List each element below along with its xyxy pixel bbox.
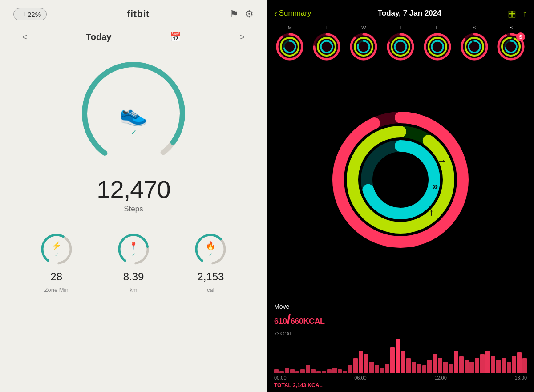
day-label-m: M: [288, 25, 292, 30]
main-rings-container: → » ↑: [267, 60, 534, 299]
svg-text:⚡: ⚡: [52, 241, 62, 251]
chart-bar: [443, 362, 448, 373]
chart-bar: [338, 369, 342, 373]
activity-header-icons: ▦ ↑: [508, 8, 527, 19]
chart-bar: [375, 365, 379, 373]
chart-bar: [522, 358, 527, 373]
svg-text:✓: ✓: [132, 252, 135, 257]
stat-zone-min: ⚡ ✓ 28 Zone Min: [39, 231, 74, 293]
stat-km: 📍 ✓ 8.39 km: [116, 231, 151, 293]
day-ring-m: [275, 32, 305, 62]
day-label-s: S: [473, 25, 476, 30]
battery-percent: 22%: [28, 11, 41, 18]
chart-bar: [507, 362, 511, 373]
cal-label: cal: [207, 287, 214, 293]
fitbit-logo: fitbit: [127, 8, 150, 20]
battery-icon: ☐: [19, 10, 25, 18]
chart-bar: [438, 358, 442, 373]
next-button[interactable]: >: [239, 32, 245, 42]
fitbit-header: ☐ 22% fitbit ⚑ ⚙: [9, 0, 258, 25]
back-summary-label: Summary: [279, 9, 312, 18]
prev-button[interactable]: <: [22, 32, 28, 42]
chart-x-3: 18:00: [514, 375, 527, 380]
chart-bars: [274, 338, 527, 373]
move-info: Move 610/660KCAL: [267, 299, 534, 329]
cal-value: 2,153: [197, 271, 224, 283]
chart-bar: [396, 339, 400, 373]
svg-text:↑: ↑: [429, 206, 434, 218]
km-ring: 📍 ✓: [116, 231, 151, 267]
day-ring-t2: [385, 32, 416, 62]
chart-bar: [406, 358, 411, 373]
chart-bar: [427, 360, 432, 373]
activity-header: ‹ Summary Today, 7 Jan 2024 ▦ ↑: [267, 0, 534, 23]
day-item-tuesday[interactable]: T: [312, 25, 342, 62]
svg-text:🔥: 🔥: [206, 241, 216, 251]
chart-bar: [433, 354, 437, 373]
chart-bar: [480, 354, 485, 373]
calendar-grid-icon[interactable]: ▦: [508, 8, 516, 19]
svg-text:✓: ✓: [55, 252, 58, 257]
chart-bar: [491, 356, 495, 373]
chart-bar: [343, 371, 347, 373]
day-item-friday[interactable]: F: [422, 25, 453, 62]
chart-bar: [454, 351, 458, 373]
day-label-w: W: [361, 25, 366, 30]
day-ring-s2: S: [496, 32, 526, 62]
svg-text:→: →: [437, 155, 447, 166]
chart-bar: [285, 368, 289, 373]
zone-min-label: Zone Min: [44, 287, 69, 293]
steps-container: 👟 ✓ 12,470 Steps: [76, 56, 191, 214]
chart-bar: [380, 368, 384, 373]
calendar-icon[interactable]: 📅: [170, 32, 181, 42]
move-label: Move: [274, 303, 527, 310]
cal-ring: 🔥 ✓: [193, 231, 228, 267]
svg-text:✓: ✓: [131, 129, 137, 136]
chart-bar: [348, 365, 352, 373]
chart-bar: [422, 365, 427, 373]
chart-container: 73KCAL 00:00 06:00 12:00 18:00 TOTAL 2,1…: [267, 329, 534, 392]
chart-bar: [485, 351, 490, 373]
day-item-wednesday[interactable]: W: [348, 25, 379, 62]
day-item-monday[interactable]: M: [275, 25, 305, 62]
nav-title: Today: [86, 32, 111, 42]
chart-bar: [369, 362, 374, 373]
day-item-thursday[interactable]: T: [385, 25, 416, 62]
zone-min-value: 28: [50, 271, 62, 283]
day-label-f: F: [436, 25, 439, 30]
steps-value: 12,470: [97, 175, 170, 204]
chart-bar: [496, 360, 501, 373]
svg-text:S: S: [519, 34, 522, 40]
day-ring-t1: [312, 32, 342, 62]
zone-min-ring: ⚡ ✓: [39, 231, 74, 267]
gear-icon[interactable]: ⚙: [245, 8, 254, 20]
chart-bar: [390, 347, 395, 373]
stat-cal: 🔥 ✓ 2,153 cal: [193, 231, 228, 293]
chart-x-2: 12:00: [434, 375, 447, 380]
chart-bar: [306, 365, 310, 373]
day-item-sunday[interactable]: S S: [496, 25, 526, 62]
share-icon[interactable]: ↑: [522, 8, 527, 19]
activity-date: Today, 7 Jan 2024: [378, 9, 441, 18]
day-ring-f: [422, 32, 453, 62]
day-ring-w: [348, 32, 379, 62]
chart-bar: [385, 364, 389, 373]
stats-row: ⚡ ✓ 28 Zone Min 📍 ✓ 8.39 km: [9, 231, 258, 293]
activity-panel: ‹ Summary Today, 7 Jan 2024 ▦ ↑ M: [267, 0, 534, 392]
chart-bar: [300, 369, 305, 373]
flag-icon[interactable]: ⚑: [230, 8, 239, 20]
back-summary-button[interactable]: ‹ Summary: [274, 8, 311, 19]
chart-x-0: 00:00: [274, 375, 287, 380]
chart-bar: [311, 369, 316, 373]
day-item-saturday[interactable]: S: [459, 25, 490, 62]
chart-bar: [502, 358, 506, 373]
km-value: 8.39: [123, 271, 144, 283]
main-rings-svg: → » ↑: [329, 109, 472, 251]
fitbit-panel: ☐ 22% fitbit ⚑ ⚙ < Today 📅 > 👟 ✓: [0, 0, 267, 392]
svg-text:👟: 👟: [119, 100, 148, 127]
battery-badge: ☐ 22%: [13, 8, 47, 20]
chart-bar: [417, 364, 421, 373]
svg-text:»: »: [433, 181, 438, 192]
chart-y-label: 73KCAL: [274, 331, 527, 336]
chart-bar: [401, 351, 405, 373]
